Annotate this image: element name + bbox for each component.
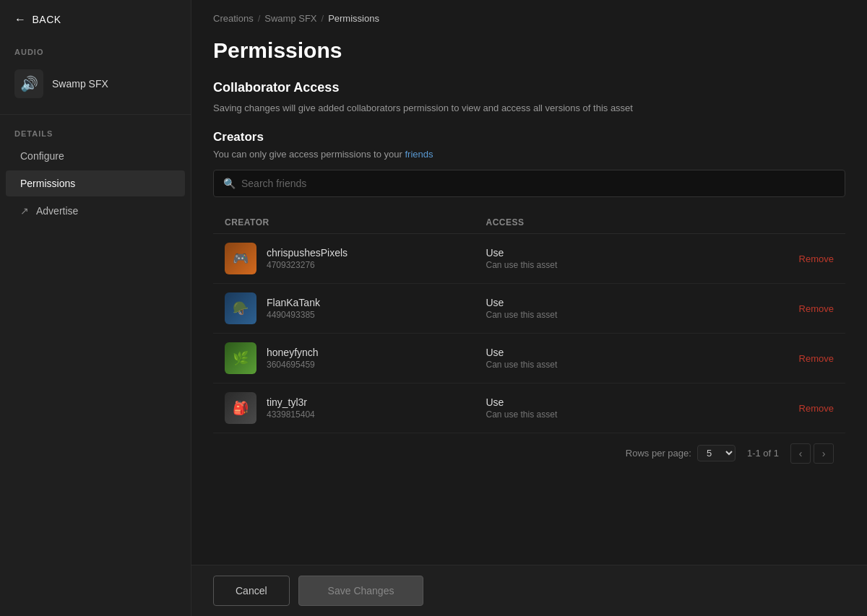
remove-button-3[interactable]: Remove [799, 403, 834, 414]
creator-cell-0: 🎮 chrispushesPixels 4709323276 [225, 243, 486, 274]
page-info: 1-1 of 1 [747, 448, 779, 459]
breadcrumb-permissions: Permissions [328, 13, 379, 24]
remove-button-0[interactable]: Remove [799, 253, 834, 264]
advertise-label: Advertise [36, 205, 78, 217]
creator-id-2: 3604695459 [267, 360, 319, 370]
friends-link[interactable]: friends [405, 149, 433, 160]
avatar-1: 🪖 [225, 292, 256, 324]
table-footer: Rows per page: 5 10 25 1-1 of 1 ‹ › [213, 433, 845, 474]
breadcrumb-sep-2: / [322, 13, 324, 24]
avatar-0: 🎮 [225, 243, 256, 274]
audio-icon: 🔊 [14, 69, 43, 98]
header-actions [747, 217, 834, 227]
collaborator-access-desc: Saving changes will give added collabora… [213, 101, 845, 116]
search-input[interactable] [213, 170, 845, 197]
creator-name-2: honeyfynch [267, 347, 319, 358]
remove-button-2[interactable]: Remove [799, 353, 834, 364]
breadcrumb: Creations / Swamp SFX / Permissions [191, 0, 867, 24]
creator-cell-1: 🪖 FlanKaTank 4490493385 [225, 292, 486, 324]
creator-name-3: tiny_tyl3r [267, 396, 315, 408]
creator-id-3: 4339815404 [267, 409, 315, 420]
access-type-1: Use [486, 297, 748, 308]
breadcrumb-swamp-sfx[interactable]: Swamp SFX [264, 13, 316, 24]
page-nav: ‹ › [790, 443, 834, 464]
header-access: Access [486, 217, 748, 227]
table-row: 🌿 honeyfynch 3604695459 Use Can use this… [213, 334, 845, 383]
access-cell-3: Use Can use this asset [486, 396, 748, 420]
sidebar: ← BACK AUDIO 🔊 Swamp SFX DETAILS Configu… [0, 0, 191, 616]
advertise-link-icon: ↗ [20, 205, 29, 217]
creator-cell-2: 🌿 honeyfynch 3604695459 [225, 342, 486, 374]
access-cell-0: Use Can use this asset [486, 247, 748, 270]
cancel-button[interactable]: Cancel [213, 576, 290, 606]
audio-item: 🔊 Swamp SFX [0, 62, 191, 105]
creator-name-0: chrispushesPixels [267, 247, 348, 259]
back-button[interactable]: ← BACK [0, 0, 191, 39]
creator-id-1: 4490493385 [267, 310, 320, 320]
creators-table: Creator Access 🎮 chrispushesPixels 47093… [213, 212, 845, 474]
access-type-2: Use [486, 347, 748, 358]
next-page-button[interactable]: › [814, 443, 834, 464]
sidebar-item-permissions[interactable]: Permissions [6, 170, 185, 196]
rows-per-page-label: Rows per page: [626, 448, 691, 459]
audio-section-label: AUDIO [0, 39, 191, 62]
table-header: Creator Access [213, 212, 845, 234]
actions-cell-0: Remove [747, 252, 834, 265]
creator-id-0: 4709323276 [267, 260, 348, 270]
configure-label: Configure [20, 150, 64, 162]
main-content: Creations / Swamp SFX / Permissions Perm… [191, 0, 867, 616]
actions-cell-1: Remove [747, 302, 834, 315]
footer-bar: Cancel Save Changes [191, 565, 867, 616]
search-icon: 🔍 [223, 178, 236, 189]
prev-page-button[interactable]: ‹ [790, 443, 811, 464]
access-desc-0: Can use this asset [486, 260, 748, 270]
creator-info-3: tiny_tyl3r 4339815404 [267, 396, 315, 420]
access-desc-3: Can use this asset [486, 409, 748, 420]
creator-info-1: FlanKaTank 4490493385 [267, 297, 320, 320]
back-label: BACK [33, 14, 61, 25]
page-title: Permissions [213, 38, 845, 63]
access-cell-2: Use Can use this asset [486, 347, 748, 370]
breadcrumb-sep-1: / [258, 13, 261, 24]
remove-button-1[interactable]: Remove [799, 303, 834, 314]
sidebar-item-configure[interactable]: Configure [6, 143, 185, 169]
permissions-label: Permissions [20, 178, 75, 189]
access-cell-1: Use Can use this asset [486, 297, 748, 320]
audio-name: Swamp SFX [52, 78, 108, 90]
collaborator-access-title: Collaborator Access [213, 80, 845, 95]
creator-info-2: honeyfynch 3604695459 [267, 347, 319, 370]
search-container: 🔍 [213, 170, 845, 197]
access-desc-1: Can use this asset [486, 310, 748, 320]
back-arrow-icon: ← [14, 13, 27, 26]
details-label: DETAILS [0, 123, 191, 142]
sidebar-divider [0, 114, 191, 115]
table-row: 🎮 chrispushesPixels 4709323276 Use Can u… [213, 234, 845, 284]
avatar-3: 🎒 [225, 392, 256, 424]
save-changes-button[interactable]: Save Changes [298, 576, 424, 606]
access-type-0: Use [486, 247, 748, 259]
breadcrumb-creations[interactable]: Creations [213, 13, 254, 24]
access-desc-2: Can use this asset [486, 360, 748, 370]
sidebar-item-advertise[interactable]: ↗ Advertise [6, 198, 185, 224]
actions-cell-3: Remove [747, 402, 834, 415]
table-row: 🎒 tiny_tyl3r 4339815404 Use Can use this… [213, 383, 845, 433]
header-creator: Creator [225, 217, 486, 227]
access-type-3: Use [486, 396, 748, 408]
table-row: 🪖 FlanKaTank 4490493385 Use Can use this… [213, 284, 845, 334]
creator-cell-3: 🎒 tiny_tyl3r 4339815404 [225, 392, 486, 424]
rows-per-page-select[interactable]: 5 10 25 [697, 445, 736, 461]
creator-info-0: chrispushesPixels 4709323276 [267, 247, 348, 270]
rows-per-page-container: Rows per page: 5 10 25 [626, 445, 736, 461]
creators-title: Creators [213, 130, 845, 144]
creators-note: You can only give access permissions to … [213, 149, 845, 160]
creator-name-1: FlanKaTank [267, 297, 320, 308]
avatar-2: 🌿 [225, 342, 256, 374]
content-area: Permissions Collaborator Access Saving c… [191, 24, 867, 565]
actions-cell-2: Remove [747, 352, 834, 365]
